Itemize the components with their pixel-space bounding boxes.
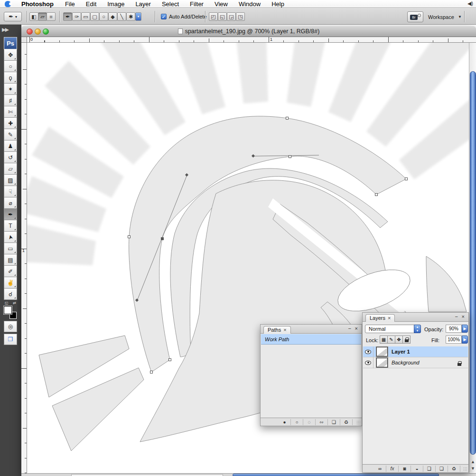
ellipse-tool-button[interactable]: ○ xyxy=(99,12,108,21)
menu-file[interactable]: File xyxy=(65,0,75,8)
subtract-shape-area-button[interactable]: ◱ xyxy=(218,12,227,21)
adjustment-layer-button[interactable]: ◒ xyxy=(411,466,423,472)
new-path-button[interactable]: ❏ xyxy=(328,419,340,425)
scroll-up-arrow[interactable]: ▲ xyxy=(470,459,476,464)
magic-wand-tool[interactable]: ✶ xyxy=(4,84,17,95)
lock-transparency-button[interactable]: ▦ xyxy=(380,336,388,344)
history-brush-tool[interactable]: ↺ xyxy=(4,152,17,163)
horizontal-scrollbar[interactable] xyxy=(21,473,476,476)
shape-options-arrow[interactable]: ▾ xyxy=(135,12,141,21)
visibility-toggle[interactable] xyxy=(363,357,373,368)
stroke-path-button[interactable]: ○ xyxy=(291,419,303,425)
tool-preset-picker[interactable]: ✒ ▾ xyxy=(4,12,22,21)
line-tool-button[interactable]: ╲ xyxy=(117,12,126,21)
diamond-anchor-point[interactable] xyxy=(252,154,255,158)
menu-help[interactable]: Help xyxy=(271,0,284,8)
custom-shape-tool-button[interactable]: ✱ xyxy=(126,12,135,21)
delete-layer-button[interactable]: ♻ xyxy=(448,466,460,472)
panel-minimize-icon[interactable]: − xyxy=(455,314,458,319)
eraser-tool[interactable]: ▱ xyxy=(4,163,17,175)
swap-colors-icon[interactable]: ⇄ xyxy=(13,301,16,305)
panel-close-icon[interactable]: × xyxy=(462,314,465,319)
lock-paint-button[interactable]: ✎ xyxy=(387,336,395,344)
gradient-tool[interactable]: ▨ xyxy=(4,175,17,186)
add-shape-area-button[interactable]: ◰ xyxy=(209,12,218,21)
fill-field[interactable]: 100% xyxy=(446,336,462,344)
panel-resize-grip[interactable] xyxy=(463,467,468,472)
vertical-ruler[interactable]: 1 xyxy=(21,43,27,473)
make-work-path-button[interactable]: ∾ xyxy=(316,419,328,425)
ruler-corner[interactable] xyxy=(21,37,27,43)
dodge-tool[interactable]: ⌀ xyxy=(4,197,17,209)
hollow-anchor-point[interactable] xyxy=(168,358,171,361)
opacity-field[interactable]: 90% xyxy=(446,325,462,333)
layer-style-button[interactable]: fx xyxy=(386,466,399,472)
screen-mode-button[interactable]: ❐ xyxy=(4,334,17,345)
zoom-tool[interactable]: ☌ xyxy=(4,289,17,300)
apple-menu-icon[interactable] xyxy=(5,1,11,7)
horizontal-ruler[interactable]: 0 1 xyxy=(27,37,476,43)
rounded-rectangle-tool-button[interactable]: ▢ xyxy=(90,12,99,21)
polygon-tool-button[interactable]: ◆ xyxy=(108,12,117,21)
brush-tool[interactable]: ✎ xyxy=(4,129,17,140)
shape-layers-mode-button[interactable]: ◧ xyxy=(29,12,38,21)
menu-layer[interactable]: Layer xyxy=(135,0,151,8)
foreground-color-swatch[interactable] xyxy=(4,306,12,314)
move-tool[interactable]: ✥ xyxy=(4,49,17,61)
layer-name[interactable]: Background xyxy=(392,360,420,365)
default-colors-icon[interactable]: ◱ xyxy=(5,301,9,305)
menu-select[interactable]: Select xyxy=(162,0,179,8)
stepper-arrows-icon[interactable]: ▲▼ xyxy=(414,325,421,333)
solid-anchor-point[interactable] xyxy=(161,237,164,240)
shape-tool[interactable]: ▭ xyxy=(4,243,17,254)
exclude-shape-area-button[interactable]: ◳ xyxy=(236,12,245,21)
delete-path-button[interactable]: ♻ xyxy=(340,419,353,425)
layer-mask-button[interactable]: ◙ xyxy=(399,466,411,472)
menu-photoshop[interactable]: Photoshop xyxy=(21,0,54,8)
scroll-down-arrow[interactable]: ▼ xyxy=(470,466,476,471)
clone-stamp-tool[interactable]: ♟ xyxy=(4,140,17,152)
menu-window[interactable]: Window xyxy=(239,0,261,8)
layer-thumbnail[interactable] xyxy=(376,358,388,367)
menu-view[interactable]: View xyxy=(215,0,228,8)
menu-edit[interactable]: Edit xyxy=(86,0,96,8)
volume-icon[interactable]: ◀) xyxy=(467,0,473,7)
hollow-anchor-point[interactable] xyxy=(289,155,291,158)
lock-position-button[interactable]: ✥ xyxy=(395,336,403,344)
layer-group-button[interactable]: ❑ xyxy=(423,466,436,472)
tab-close-icon[interactable]: × xyxy=(283,327,286,333)
pen-tool-button[interactable]: ✒ xyxy=(63,12,72,21)
horizontal-scrollbar-thumb[interactable] xyxy=(233,474,439,476)
lock-all-button[interactable] xyxy=(402,336,411,344)
visibility-toggle[interactable] xyxy=(363,346,373,357)
hollow-anchor-point[interactable] xyxy=(286,117,289,120)
hollow-anchor-point[interactable] xyxy=(150,371,153,373)
marquee-tool[interactable]: ○ xyxy=(4,61,17,72)
rectangle-tool-button[interactable]: ▭ xyxy=(81,12,90,21)
fill-path-button[interactable]: ● xyxy=(279,419,291,425)
tab-paths[interactable]: Paths× xyxy=(263,326,291,334)
lasso-tool[interactable]: ϙ xyxy=(4,72,17,84)
tab-close-icon[interactable]: × xyxy=(388,315,391,321)
panel-close-icon[interactable]: × xyxy=(355,326,358,331)
link-layers-button[interactable]: ∞ xyxy=(374,466,386,472)
path-selection-tool[interactable]: ➤ xyxy=(4,232,17,243)
freeform-pen-button[interactable]: ✑ xyxy=(72,12,81,21)
paths-mode-button[interactable]: ▱ xyxy=(38,12,47,21)
document-title-bar[interactable]: spartanhelmet_190.jpg @ 700% (Layer 1, R… xyxy=(21,26,476,37)
pen-tool[interactable]: ✒ xyxy=(4,209,17,220)
quick-mask-button[interactable]: ◎ xyxy=(4,321,17,332)
diamond-anchor-point[interactable] xyxy=(135,299,139,302)
new-layer-button[interactable]: ❏ xyxy=(436,466,448,472)
fill-arrow-button[interactable]: ▶ xyxy=(462,336,468,344)
auto-add-delete-checkbox[interactable]: ✓ xyxy=(161,14,167,19)
notes-tool[interactable]: ▤ xyxy=(4,254,17,266)
hollow-anchor-point[interactable] xyxy=(128,235,131,238)
vertical-scrollbar[interactable]: ▲ ▼ xyxy=(469,43,476,473)
intersect-shape-area-button[interactable]: ◲ xyxy=(227,12,236,21)
opacity-arrow-button[interactable]: ▶ xyxy=(462,325,468,333)
panel-minimize-icon[interactable]: − xyxy=(348,326,351,331)
tab-layers[interactable]: Layers× xyxy=(365,314,395,322)
slice-tool[interactable]: ✄ xyxy=(4,106,17,118)
hollow-anchor-point[interactable] xyxy=(405,177,408,180)
